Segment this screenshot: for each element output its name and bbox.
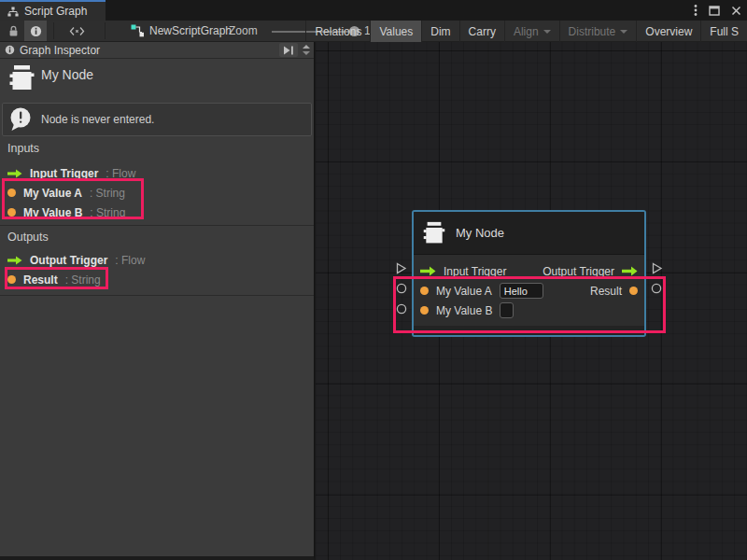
graph-inspector-panel: Graph Inspector My Node (0, 42, 315, 560)
inspected-node-title: My Node (41, 67, 93, 82)
warning-bubble-icon (8, 106, 34, 133)
annotation-box-result (5, 267, 108, 289)
flow-arrow-icon (7, 169, 22, 178)
tab-script-graph[interactable]: Script Graph (0, 0, 106, 21)
info-icon (30, 25, 42, 37)
align-dropdown[interactable]: Align (504, 21, 559, 42)
node-header[interactable]: My Node (414, 212, 644, 255)
annotation-box-inputs (2, 178, 144, 219)
maximize-icon[interactable] (709, 6, 720, 16)
annotation-box-node-values (393, 276, 666, 333)
graph-name: NewScriptGraph (149, 24, 232, 37)
chevron-down-icon (620, 30, 627, 34)
warning-text: Node is never entered. (41, 113, 154, 126)
dock-panel-button[interactable] (279, 43, 298, 57)
outputs-heading: Outputs (7, 231, 49, 244)
panel-stepper[interactable] (300, 43, 312, 57)
graph-asset-selector[interactable]: NewScriptGraph (131, 21, 232, 41)
kebab-menu-icon[interactable] (694, 4, 698, 17)
section-divider (0, 295, 314, 296)
toolbar: NewScriptGraph Zoom 1x Relations Values … (0, 21, 747, 42)
flow-arrow-icon (7, 256, 22, 265)
graph-canvas[interactable]: My Node Input Trigger Output Trigger (316, 42, 747, 560)
node-title: My Node (456, 226, 504, 240)
dim-button[interactable]: Dim (421, 21, 458, 42)
external-flow-port-right[interactable] (651, 262, 663, 274)
close-icon[interactable] (731, 6, 741, 16)
code-icon (69, 26, 85, 36)
dock-panel-icon (283, 46, 294, 55)
tab-title: Script Graph (24, 5, 87, 18)
arrow-up-icon (303, 45, 310, 49)
graph-hierarchy-icon (7, 7, 19, 17)
tab-bar: Script Graph (0, 0, 747, 21)
info-button[interactable] (24, 21, 47, 41)
lock-icon (8, 25, 19, 37)
inspector-title: Graph Inspector (20, 44, 100, 57)
overview-button[interactable]: Overview (636, 21, 700, 42)
zoom-label: Zoom (229, 21, 258, 41)
chevron-down-icon (543, 30, 551, 34)
values-button[interactable]: Values (370, 21, 421, 42)
distribute-dropdown[interactable]: Distribute (559, 21, 637, 42)
node-icon (423, 221, 445, 245)
section-divider (0, 225, 314, 226)
relations-button[interactable]: Relations (305, 21, 370, 42)
arrow-down-icon (303, 51, 310, 55)
warning-message: Node is never entered. (2, 103, 312, 136)
external-flow-port-left[interactable] (395, 262, 407, 274)
carry-button[interactable]: Carry (459, 21, 504, 42)
fullscreen-button[interactable]: Full S (700, 21, 747, 42)
node-icon (9, 64, 35, 92)
code-view-button[interactable] (65, 21, 88, 41)
lock-button[interactable] (2, 21, 24, 41)
inspector-header: Graph Inspector (0, 42, 314, 59)
flow-arrow-icon (622, 266, 638, 276)
script-graph-asset-icon (131, 24, 145, 37)
info-icon (5, 45, 15, 55)
inspected-node-title-block: My Node (0, 60, 314, 101)
inputs-heading: Inputs (7, 142, 39, 155)
